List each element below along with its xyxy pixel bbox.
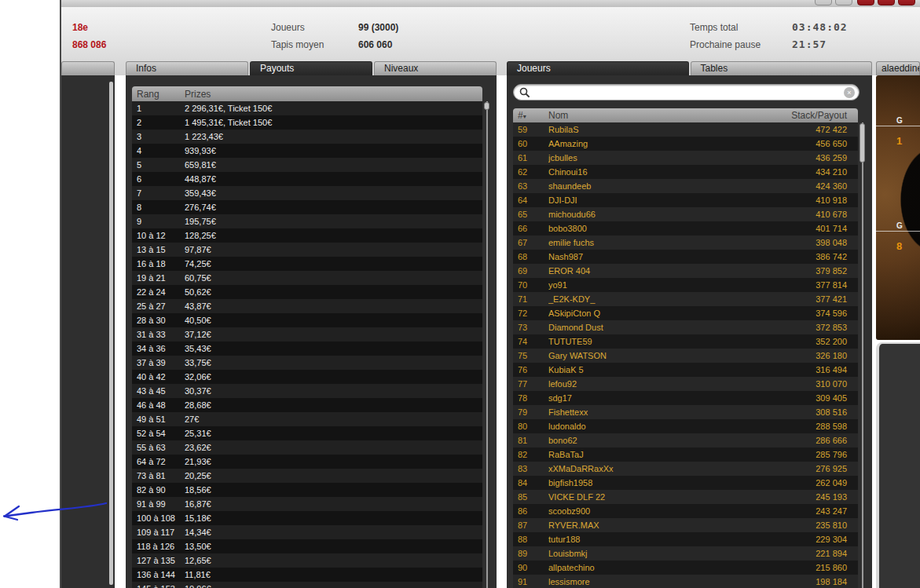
payouts-scroll-thumb[interactable]: [484, 102, 489, 110]
player-row[interactable]: 79Fishettexx308 516: [513, 405, 858, 419]
player-row[interactable]: 67emilie fuchs398 048: [513, 236, 858, 250]
payout-row[interactable]: 49 à 5127€: [132, 412, 482, 426]
payout-row[interactable]: 13 à 1597,87€: [132, 243, 482, 257]
tab-payouts[interactable]: Payouts: [250, 61, 372, 75]
player-row[interactable]: 84bigfish1958262 049: [513, 476, 858, 490]
player-row[interactable]: 63shaundeeb424 360: [513, 179, 858, 193]
window-button-gray-2[interactable]: [835, 0, 852, 5]
tab-joueurs[interactable]: Joueurs: [507, 61, 689, 75]
tab-tables[interactable]: Tables: [691, 61, 873, 75]
player-row[interactable]: 71_E2K-KDY_377 421: [513, 292, 858, 306]
players-scrollbar[interactable]: [860, 122, 865, 588]
payout-row[interactable]: 34 à 3635,43€: [132, 341, 482, 356]
payout-row[interactable]: 55 à 6323,62€: [132, 440, 482, 455]
player-row[interactable]: 60AAmazing456 650: [513, 137, 858, 151]
players-scroll-thumb[interactable]: [860, 123, 865, 163]
player-row[interactable]: 81bono62286 666: [513, 433, 858, 447]
window-button-red-1[interactable]: [857, 0, 874, 5]
player-row[interactable]: 76KubiaK 5316 494: [513, 363, 858, 377]
payout-row[interactable]: 28 à 3040,50€: [132, 313, 482, 327]
payout-row[interactable]: 82 à 9018,56€: [132, 483, 482, 497]
window-button-red-2[interactable]: [878, 0, 895, 5]
window-button-gray-1[interactable]: [815, 0, 832, 5]
tab-niveaux[interactable]: Niveaux: [374, 61, 497, 75]
player-row[interactable]: 82RaBaTaJ285 796: [513, 447, 858, 462]
player-row[interactable]: 62Chinoui16434 210: [513, 165, 858, 179]
payouts-scrollbar[interactable]: [484, 101, 489, 588]
search-clear-icon[interactable]: ×: [844, 87, 855, 98]
left-strip-tab[interactable]: [61, 61, 115, 75]
player-row[interactable]: 78sdg17309 405: [513, 391, 858, 405]
player-row[interactable]: 74TUTUTE59352 200: [513, 334, 858, 349]
player-row[interactable]: 59RubilaS472 422: [513, 122, 858, 137]
player-row[interactable]: 64DJI-DJI410 918: [513, 193, 858, 207]
payout-row[interactable]: 52 à 5425,31€: [132, 426, 482, 440]
window-button-red-3[interactable]: [898, 0, 915, 5]
payout-row[interactable]: 21 495,31€, Ticket 150€: [132, 115, 482, 130]
payout-row[interactable]: 25 à 2743,87€: [132, 299, 482, 313]
payout-row[interactable]: 43 à 4530,37€: [132, 384, 482, 398]
payout-row[interactable]: 6448,87€: [132, 172, 482, 186]
players-col-rank[interactable]: #▾: [513, 110, 548, 121]
player-row[interactable]: 91lessismore198 184: [513, 575, 858, 588]
player-row[interactable]: 66bobo3800401 714: [513, 221, 858, 236]
player-name: Gary WATSON: [548, 349, 816, 363]
players-col-stack[interactable]: Stack/Payout: [791, 110, 858, 121]
payout-row[interactable]: 118 à 12613,50€: [132, 539, 482, 553]
player-row[interactable]: 87RYVER.MAX235 810: [513, 518, 858, 532]
payout-row[interactable]: 46 à 4828,68€: [132, 398, 482, 412]
payout-row[interactable]: 22 à 2450,62€: [132, 285, 482, 299]
player-row[interactable]: 75Gary WATSON326 180: [513, 349, 858, 363]
players-col-nom[interactable]: Nom: [548, 110, 791, 121]
player-row[interactable]: 72ASkipiCton Q374 596: [513, 306, 858, 320]
payout-row[interactable]: 145 à 15310,96€: [132, 582, 482, 588]
player-row[interactable]: 89Louisbmkj221 894: [513, 546, 858, 561]
poker-table-preview[interactable]: G 1 G 8: [876, 75, 920, 340]
payout-row[interactable]: 100 à 10815,18€: [132, 511, 482, 525]
player-name: ASkipiCton Q: [548, 306, 816, 320]
player-row[interactable]: 80ludonaldo288 598: [513, 419, 858, 433]
player-row[interactable]: 65michoudu66410 678: [513, 207, 858, 221]
payout-row[interactable]: 10 à 12128,25€: [132, 228, 482, 243]
player-row[interactable]: 68Nash987386 742: [513, 250, 858, 264]
payout-row[interactable]: 7359,43€: [132, 186, 482, 200]
payout-rank: 9: [132, 214, 185, 228]
payout-row[interactable]: 31 à 3337,12€: [132, 327, 482, 341]
payout-row[interactable]: 9195,75€: [132, 214, 482, 228]
player-row[interactable]: 90allpatechino215 860: [513, 561, 858, 575]
player-row[interactable]: 83xXMaDaRRaxXx276 925: [513, 462, 858, 476]
player-row[interactable]: 69EROR 404379 852: [513, 264, 858, 278]
table-tab-alaeddine[interactable]: alaeddine: [876, 61, 920, 75]
payout-row[interactable]: 127 à 13512,65€: [132, 553, 482, 568]
payouts-scroll-track: [486, 101, 488, 588]
payout-row[interactable]: 31 223,43€: [132, 130, 482, 144]
payout-row[interactable]: 136 à 14411,81€: [132, 568, 482, 582]
player-row[interactable]: 77lefou92310 070: [513, 377, 858, 391]
player-row[interactable]: 85VICKE DLF 22245 193: [513, 490, 858, 504]
player-row[interactable]: 88tutur188229 304: [513, 532, 858, 546]
player-stack: 309 405: [816, 391, 858, 405]
payout-row[interactable]: 64 à 7221,93€: [132, 455, 482, 469]
player-name: ludonaldo: [548, 419, 816, 433]
player-rank: 80: [513, 419, 548, 433]
player-rank: 84: [513, 476, 548, 490]
payout-row[interactable]: 37 à 3933,75€: [132, 356, 482, 370]
player-row[interactable]: 70yo91377 814: [513, 278, 858, 292]
player-search-box[interactable]: ×: [513, 84, 860, 100]
payout-row[interactable]: 91 à 9916,87€: [132, 497, 482, 511]
payout-row[interactable]: 5659,81€: [132, 158, 482, 172]
player-search-input[interactable]: [534, 86, 840, 99]
tab-infos[interactable]: Infos: [126, 61, 248, 75]
payout-row[interactable]: 73 à 8120,25€: [132, 469, 482, 483]
player-row[interactable]: 73Diamond Dust372 853: [513, 320, 858, 334]
payout-row[interactable]: 19 à 2160,75€: [132, 271, 482, 285]
payout-row[interactable]: 40 à 4232,06€: [132, 370, 482, 384]
payout-row[interactable]: 4939,93€: [132, 144, 482, 158]
player-row[interactable]: 61jcbulles436 259: [513, 151, 858, 165]
player-row[interactable]: 86scoobz900243 247: [513, 504, 858, 518]
player-name: RaBaTaJ: [548, 447, 816, 462]
payout-row[interactable]: 109 à 11714,34€: [132, 525, 482, 539]
payout-row[interactable]: 12 296,31€, Ticket 150€: [132, 101, 482, 115]
payout-row[interactable]: 8276,74€: [132, 200, 482, 214]
payout-row[interactable]: 16 à 1874,25€: [132, 257, 482, 271]
